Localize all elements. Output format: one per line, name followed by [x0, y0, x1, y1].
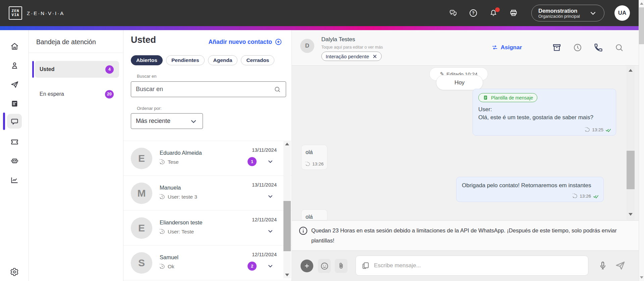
scroll-up-arrow[interactable]	[285, 143, 289, 145]
last-message-preview: Tese	[168, 159, 179, 165]
emoji-button[interactable]	[318, 259, 331, 273]
message-input[interactable]	[374, 262, 583, 269]
history-clock-icon[interactable]	[573, 43, 582, 52]
scroll-up-arrow[interactable]	[640, 2, 643, 5]
template-picker-icon[interactable]	[361, 261, 370, 270]
chat-header: D Dalyla Testes Toque aquí para editar o…	[292, 30, 639, 66]
add-attachment-button[interactable]	[301, 260, 313, 272]
chat-contact-subtitle[interactable]: Toque aquí para editar o ver más	[321, 45, 383, 50]
plus-icon	[304, 263, 310, 269]
message-time: 13:26	[312, 161, 324, 166]
chevron-down-icon	[189, 117, 198, 126]
organization-subtitle: Organización principal	[538, 14, 580, 19]
conversation-row[interactable]: M Manuela User: teste 3 13/11/2024	[123, 176, 291, 211]
chat-icon	[10, 117, 19, 126]
scroll-up-arrow[interactable]	[629, 69, 633, 72]
scrollbar-thumb[interactable]	[283, 201, 291, 251]
sidebar-item-settings[interactable]	[7, 265, 22, 279]
send-icon[interactable]	[614, 260, 626, 271]
sort-select[interactable]: Más reciente	[131, 113, 203, 129]
scrollbar-thumb[interactable]	[639, 7, 644, 44]
tab-abiertos[interactable]: Abiertos	[131, 55, 163, 65]
template-doc-icon	[483, 95, 488, 100]
search-icon[interactable]	[614, 43, 624, 52]
sort-label: Ordenar por:	[137, 106, 162, 111]
conversation-date: 12/11/2024	[252, 252, 277, 257]
tab-pendientes[interactable]: Pendientes	[166, 55, 205, 65]
expand-chevron-icon[interactable]	[267, 262, 274, 270]
contact-name: Manuela	[160, 185, 181, 191]
sidebar-item-reports[interactable]	[7, 172, 22, 187]
inbox-item-en-espera[interactable]: En espera 20	[35, 86, 119, 102]
chat-panel: D Dalyla Testes Toque aquí para editar o…	[292, 30, 639, 281]
zenvia-logo-icon: ZEN VIA	[9, 6, 22, 20]
mic-icon[interactable]	[598, 259, 608, 272]
sidebar-item-contacts[interactable]	[7, 58, 22, 73]
svg-text:?: ?	[472, 11, 474, 15]
assign-button[interactable]: Asignar	[491, 44, 522, 51]
notifications-bell-icon[interactable]	[489, 9, 498, 17]
sidebar-item-tickets[interactable]	[7, 134, 22, 149]
reports-icon	[10, 175, 19, 185]
svg-text:?: ?	[451, 10, 453, 13]
inbox-item-usted[interactable]: Usted 4	[35, 61, 119, 78]
swap-arrows-icon	[491, 44, 498, 51]
expand-chevron-icon[interactable]	[267, 193, 274, 200]
organization-selector[interactable]: Demonstration Organización principal	[531, 5, 604, 21]
settings-gear-icon	[10, 268, 19, 276]
whatsapp-icon	[306, 162, 310, 166]
brand-gradient-bar	[0, 26, 639, 30]
phone-icon[interactable]	[594, 43, 603, 52]
expand-chevron-icon[interactable]	[267, 227, 274, 235]
list-scrollbar[interactable]	[283, 141, 291, 278]
contact-name: Elianderson teste	[160, 219, 203, 226]
search-label: Buscar en	[137, 74, 157, 79]
scroll-down-arrow[interactable]	[640, 276, 643, 279]
add-contact-button[interactable]: Añadir nuevo contacto	[208, 38, 282, 46]
contact-avatar: E	[131, 148, 152, 169]
contacts-icon	[10, 61, 19, 70]
message-line: olá	[306, 213, 323, 220]
read-double-check-icon	[605, 128, 611, 132]
user-avatar[interactable]: UA	[614, 5, 630, 21]
printer-icon[interactable]	[509, 9, 518, 17]
conversation-row[interactable]: E Elianderson teste User: Teste 12/11/20…	[123, 211, 291, 245]
home-icon	[10, 42, 19, 51]
top-bar: ZEN VIA Z·E·N·V·I·A ? ?	[0, 0, 639, 26]
close-icon[interactable]	[372, 54, 377, 59]
expand-chevron-icon[interactable]	[267, 158, 274, 165]
tab-agenda[interactable]: Agenda	[208, 55, 238, 65]
tab-cerrados[interactable]: Cerrados	[241, 55, 274, 65]
archive-icon[interactable]	[552, 43, 561, 52]
message-time: 13:26	[580, 194, 591, 199]
send-icon	[10, 80, 19, 89]
conversation-row[interactable]: S Samuel Ok 12/11/2024 2	[123, 245, 291, 280]
assign-label: Asignar	[501, 44, 522, 51]
count-badge: 4	[105, 65, 114, 74]
contact-avatar: M	[131, 183, 152, 204]
scrollbar-thumb[interactable]	[627, 151, 635, 189]
window-scrollbar[interactable]	[639, 0, 644, 281]
ticket-icon	[10, 137, 19, 146]
search-input[interactable]	[136, 86, 274, 93]
conversation-tag: Interação pendente	[321, 52, 382, 61]
sidebar-item-send[interactable]	[7, 77, 22, 92]
sidebar-item-chats[interactable]	[7, 114, 22, 129]
sidebar-item-news[interactable]	[7, 96, 22, 111]
inbox-item-label: En espera	[40, 91, 64, 97]
chevron-down-icon	[589, 9, 597, 17]
help-icon[interactable]: ?	[469, 9, 478, 17]
notification-dot	[495, 7, 500, 12]
conversation-row[interactable]: E Eduardo Almeida Tese 13/11/2024 1	[123, 141, 291, 176]
scroll-down-arrow[interactable]	[285, 274, 289, 276]
logo-line-2: VIA	[12, 13, 19, 17]
scroll-down-arrow[interactable]	[629, 213, 633, 216]
whatsapp-icon	[573, 194, 578, 199]
attach-file-button[interactable]	[335, 259, 347, 273]
sidebar-item-bots[interactable]	[7, 153, 22, 168]
messages-scrollbar[interactable]	[627, 66, 635, 220]
support-chat-icon[interactable]: ?	[449, 9, 458, 17]
sidebar-item-home[interactable]	[7, 39, 22, 54]
template-tag: Plantilla de mensaje	[478, 93, 537, 102]
message-composer	[292, 251, 639, 281]
